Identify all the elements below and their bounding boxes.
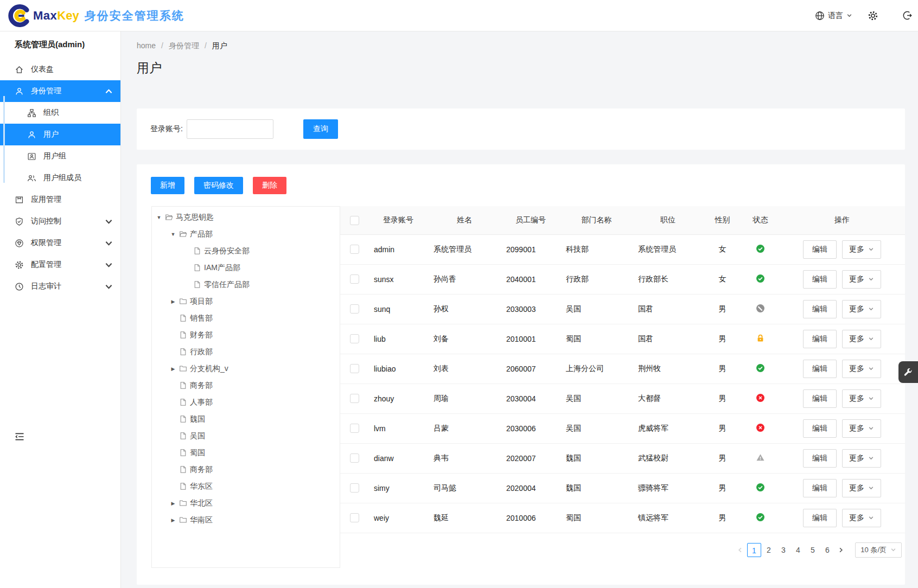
more-button[interactable]: 更多 [842,449,881,468]
more-button[interactable]: 更多 [842,270,881,289]
caret-right-icon[interactable]: ▶ [169,366,177,372]
add-button[interactable]: 新增 [151,177,184,194]
more-button[interactable]: 更多 [842,330,881,348]
sidebar-item-identity[interactable]: 身份管理 [0,80,120,102]
caret-right-icon[interactable]: ▶ [169,501,177,506]
select-all-checkbox[interactable] [350,216,359,225]
row-checkbox[interactable] [350,245,359,254]
tree-node[interactable]: 商务部 [152,461,340,478]
tree-node[interactable]: ▼产品部 [152,226,340,242]
more-button[interactable]: 更多 [842,479,881,497]
tree-node[interactable]: 魏国 [152,411,340,427]
row-checkbox[interactable] [350,274,359,284]
cell-department: 魏国 [560,443,633,473]
row-checkbox[interactable] [350,513,359,522]
tree-node[interactable]: 吴国 [152,427,340,444]
row-checkbox[interactable] [350,304,359,314]
query-button[interactable]: 查询 [303,119,338,139]
tree-node[interactable]: 人事部 [152,394,340,411]
menu-fold-icon[interactable] [14,431,25,442]
logout-icon[interactable] [902,10,913,21]
brand[interactable]: MaxKey 身份安全管理系统 [8,4,184,27]
language-menu[interactable]: 语言 [815,11,852,21]
breadcrumb-item[interactable]: home [137,41,156,51]
more-button[interactable]: 更多 [842,419,881,438]
edit-button[interactable]: 编辑 [803,509,837,527]
edit-button[interactable]: 编辑 [803,270,837,289]
tree-node-label: IAM产品部 [204,263,240,273]
account-search-input[interactable] [187,119,273,139]
breadcrumb-item[interactable]: 身份管理 [169,41,199,51]
change-password-button[interactable]: 密码修改 [194,177,243,194]
edit-button[interactable]: 编辑 [803,479,837,497]
row-checkbox[interactable] [350,483,359,493]
edit-button[interactable]: 编辑 [803,240,837,259]
sidebar-item-access-control[interactable]: 访问控制 [0,210,120,232]
tree-node[interactable]: 销售部 [152,310,340,327]
tree-node[interactable]: 零信任产品部 [152,276,340,293]
sidebar-item-user-group[interactable]: 用户组 [0,145,120,167]
row-checkbox[interactable] [350,453,359,463]
sidebar-item-permissions[interactable]: 权限管理 [0,232,120,254]
more-button[interactable]: 更多 [842,240,881,259]
tree-node[interactable]: ▶项目部 [152,293,340,310]
sidebar-item-config[interactable]: 配置管理 [0,254,120,276]
topbar-actions: 语言 [815,10,918,21]
sidebar-item-group-members[interactable]: 用户组成员 [0,167,120,189]
tree-node[interactable]: ▶分支机构_v [152,360,340,377]
tree-node[interactable]: 云身份安全部 [152,242,340,259]
page-size-select[interactable]: 10 条/页 [855,542,902,558]
tree-node[interactable]: ▶华南区 [152,512,340,528]
cell-name: 孙权 [428,294,501,324]
tree-node[interactable]: 财务部 [152,327,340,343]
submenu-accent [3,96,5,183]
page-6-button[interactable]: 6 [820,543,834,557]
file-icon [179,482,187,490]
sidebar-item-audit[interactable]: 日志审计 [0,276,120,297]
tree-node[interactable]: ▼马克思钥匙 [152,209,340,226]
page-1-button[interactable]: 1 [747,543,761,557]
sidebar-item-dashboard[interactable]: 仪表盘 [0,59,120,80]
tree-node[interactable]: IAM产品部 [152,259,340,276]
file-icon [179,331,187,339]
tree-node[interactable]: 商务部 [152,377,340,394]
page-size-label: 10 条/页 [860,545,887,555]
page-2-button[interactable]: 2 [762,543,776,557]
floating-tool-button[interactable] [898,361,918,383]
caret-right-icon[interactable]: ▶ [169,517,177,523]
delete-button[interactable]: 删除 [253,177,286,194]
more-button[interactable]: 更多 [842,389,881,408]
edit-button[interactable]: 编辑 [803,389,837,408]
file-icon [179,398,187,406]
row-checkbox[interactable] [350,334,359,343]
edit-button[interactable]: 编辑 [803,330,837,348]
cell-position: 国君 [633,294,703,324]
more-button[interactable]: 更多 [842,509,881,527]
more-button[interactable]: 更多 [842,300,881,318]
more-button[interactable]: 更多 [842,360,881,378]
prev-page-button[interactable] [734,543,747,557]
edit-button[interactable]: 编辑 [803,300,837,318]
sidebar-item-organization[interactable]: 组织 [0,102,120,124]
caret-down-icon[interactable]: ▼ [169,232,177,237]
sidebar-item-users[interactable]: 用户 [0,124,120,145]
tree-node[interactable]: ▶华北区 [152,495,340,512]
tree-node[interactable]: 蜀国 [152,444,340,461]
sidebar-item-apps[interactable]: 应用管理 [0,189,120,210]
tree-node[interactable]: 华东区 [152,478,340,495]
edit-button[interactable]: 编辑 [803,360,837,378]
caret-down-icon[interactable]: ▼ [155,215,163,220]
page-5-button[interactable]: 5 [806,543,820,557]
edit-button[interactable]: 编辑 [803,449,837,468]
page-4-button[interactable]: 4 [791,543,805,557]
row-checkbox[interactable] [350,424,359,433]
file-icon [179,465,187,474]
edit-button[interactable]: 编辑 [803,419,837,438]
settings-gear-icon[interactable] [868,10,878,21]
tree-node[interactable]: 行政部 [152,343,340,360]
page-3-button[interactable]: 3 [776,543,790,557]
caret-right-icon[interactable]: ▶ [169,299,177,304]
next-page-button[interactable] [834,543,847,557]
row-checkbox[interactable] [350,364,359,373]
row-checkbox[interactable] [350,394,359,403]
